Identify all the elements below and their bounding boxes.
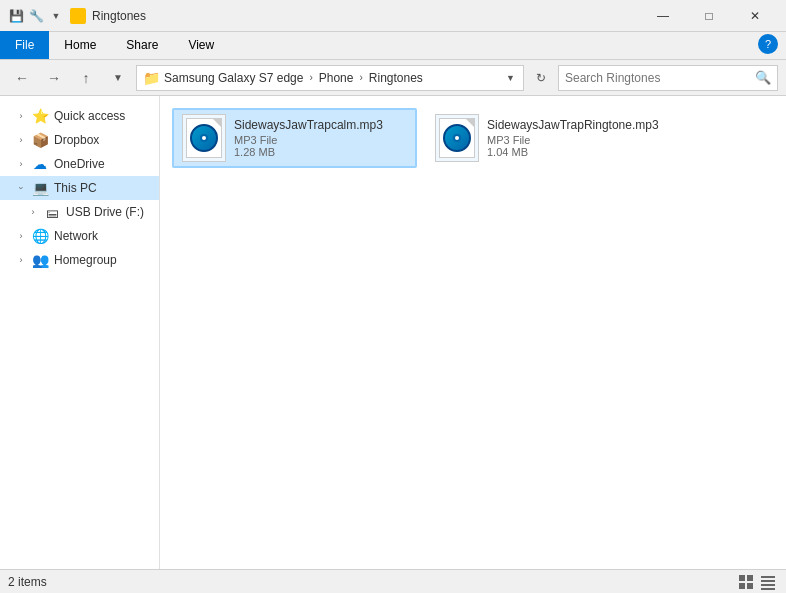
svg-rect-7 bbox=[761, 588, 775, 590]
quick-access-icon: ⭐ bbox=[32, 108, 48, 124]
refresh-button[interactable]: ↻ bbox=[528, 65, 554, 91]
sidebar-item-quick-access[interactable]: › ⭐ Quick access bbox=[0, 104, 159, 128]
network-icon: 🌐 bbox=[32, 228, 48, 244]
search-icon: 🔍 bbox=[755, 70, 771, 85]
svg-rect-5 bbox=[761, 580, 775, 582]
main-container: › ⭐ Quick access › 📦 Dropbox › ☁ OneDriv… bbox=[0, 96, 786, 569]
sidebar-item-onedrive[interactable]: › ☁ OneDrive bbox=[0, 152, 159, 176]
file-name-1: SidewaysJawTrapcalm.mp3 bbox=[234, 118, 407, 134]
breadcrumb-arrow-1: › bbox=[309, 72, 312, 83]
sidebar-label-dropbox: Dropbox bbox=[54, 133, 99, 147]
details-view-icon bbox=[760, 574, 776, 590]
properties-icon[interactable]: 🔧 bbox=[28, 8, 44, 24]
chevron-homegroup: › bbox=[16, 255, 26, 265]
window-title: Ringtones bbox=[92, 9, 146, 23]
title-bar-left: 💾 🔧 ▼ Ringtones bbox=[8, 8, 146, 24]
search-input[interactable] bbox=[565, 71, 751, 85]
file-info-1: SidewaysJawTrapcalm.mp3 MP3 File 1.28 MB bbox=[234, 118, 407, 159]
sidebar-item-dropbox[interactable]: › 📦 Dropbox bbox=[0, 128, 159, 152]
file-info-2: SidewaysJawTrapRingtone.mp3 MP3 File 1.0… bbox=[487, 118, 660, 159]
breadcrumb-phone: Phone bbox=[319, 71, 354, 85]
save-icon[interactable]: 💾 bbox=[8, 8, 24, 24]
mp3-dot-2 bbox=[453, 134, 461, 142]
help-button[interactable]: ? bbox=[758, 34, 778, 54]
svg-rect-6 bbox=[761, 584, 775, 586]
up-button[interactable]: ↑ bbox=[72, 64, 100, 92]
minimize-button[interactable]: — bbox=[640, 0, 686, 32]
tab-share[interactable]: Share bbox=[111, 31, 173, 59]
sidebar-item-this-pc[interactable]: › 💻 This PC bbox=[0, 176, 159, 200]
mp3-icon-2 bbox=[443, 124, 471, 152]
close-button[interactable]: ✕ bbox=[732, 0, 778, 32]
sidebar-label-quick-access: Quick access bbox=[54, 109, 125, 123]
chevron-this-pc: › bbox=[16, 183, 26, 193]
tab-file[interactable]: File bbox=[0, 31, 49, 59]
svg-rect-1 bbox=[747, 575, 753, 581]
large-icons-view-button[interactable] bbox=[736, 572, 756, 592]
file-item-2[interactable]: SidewaysJawTrapRingtone.mp3 MP3 File 1.0… bbox=[425, 108, 670, 168]
file-item-1[interactable]: SidewaysJawTrapcalm.mp3 MP3 File 1.28 MB bbox=[172, 108, 417, 168]
address-dropdown-icon[interactable]: ▼ bbox=[506, 73, 515, 83]
chevron-network: › bbox=[16, 231, 26, 241]
ribbon-tabs: File Home Share View ? bbox=[0, 32, 786, 60]
chevron-dropbox: › bbox=[16, 135, 26, 145]
title-bar-quick-access: 💾 🔧 ▼ bbox=[8, 8, 64, 24]
toolbar: ← → ↑ ▼ 📁 Samsung Galaxy S7 edge › Phone… bbox=[0, 60, 786, 96]
mp3-dot-1 bbox=[200, 134, 208, 142]
back-button[interactable]: ← bbox=[8, 64, 36, 92]
forward-button[interactable]: → bbox=[40, 64, 68, 92]
file-name-2: SidewaysJawTrapRingtone.mp3 bbox=[487, 118, 660, 134]
dropdown-icon[interactable]: ▼ bbox=[48, 8, 64, 24]
breadcrumb-ringtones: Ringtones bbox=[369, 71, 423, 85]
view-toggle bbox=[736, 572, 778, 592]
usb-drive-icon: 🖴 bbox=[44, 204, 60, 220]
status-item-count: 2 items bbox=[8, 575, 47, 589]
sidebar: › ⭐ Quick access › 📦 Dropbox › ☁ OneDriv… bbox=[0, 96, 160, 569]
file-type-2: MP3 File bbox=[487, 134, 660, 146]
status-bar: 2 items bbox=[0, 569, 786, 593]
address-bar[interactable]: 📁 Samsung Galaxy S7 edge › Phone › Ringt… bbox=[136, 65, 524, 91]
sidebar-label-homegroup: Homegroup bbox=[54, 253, 117, 267]
recent-locations-button[interactable]: ▼ bbox=[104, 64, 132, 92]
title-bar: 💾 🔧 ▼ Ringtones — □ ✕ bbox=[0, 0, 786, 32]
sidebar-label-usb: USB Drive (F:) bbox=[66, 205, 144, 219]
sidebar-item-network[interactable]: › 🌐 Network bbox=[0, 224, 159, 248]
breadcrumb-samsung: Samsung Galaxy S7 edge bbox=[164, 71, 303, 85]
window-controls: — □ ✕ bbox=[640, 0, 778, 32]
sidebar-label-onedrive: OneDrive bbox=[54, 157, 105, 171]
file-size-2: 1.04 MB bbox=[487, 146, 660, 158]
address-folder-icon: 📁 bbox=[143, 70, 160, 86]
file-thumb-inner-2 bbox=[439, 118, 475, 158]
onedrive-icon: ☁ bbox=[32, 156, 48, 172]
file-size-1: 1.28 MB bbox=[234, 146, 407, 158]
tab-home[interactable]: Home bbox=[49, 31, 111, 59]
chevron-usb: › bbox=[28, 207, 38, 217]
homegroup-icon: 👥 bbox=[32, 252, 48, 268]
file-type-1: MP3 File bbox=[234, 134, 407, 146]
svg-rect-3 bbox=[747, 583, 753, 589]
tab-view[interactable]: View bbox=[173, 31, 229, 59]
content-area: SidewaysJawTrapcalm.mp3 MP3 File 1.28 MB… bbox=[160, 96, 786, 569]
file-thumbnail-2 bbox=[435, 114, 479, 162]
file-grid: SidewaysJawTrapcalm.mp3 MP3 File 1.28 MB… bbox=[172, 108, 774, 168]
large-icons-view-icon bbox=[738, 574, 754, 590]
folder-icon bbox=[70, 8, 86, 24]
sidebar-label-network: Network bbox=[54, 229, 98, 243]
search-box[interactable]: 🔍 bbox=[558, 65, 778, 91]
chevron-onedrive: › bbox=[16, 159, 26, 169]
maximize-button[interactable]: □ bbox=[686, 0, 732, 32]
svg-rect-2 bbox=[739, 583, 745, 589]
file-thumbnail-1 bbox=[182, 114, 226, 162]
svg-rect-4 bbox=[761, 576, 775, 578]
details-view-button[interactable] bbox=[758, 572, 778, 592]
file-thumb-inner-1 bbox=[186, 118, 222, 158]
chevron-quick-access: › bbox=[16, 111, 26, 121]
sidebar-item-usb-drive[interactable]: › 🖴 USB Drive (F:) bbox=[0, 200, 159, 224]
breadcrumb-arrow-2: › bbox=[359, 72, 362, 83]
this-pc-icon: 💻 bbox=[32, 180, 48, 196]
dropbox-icon: 📦 bbox=[32, 132, 48, 148]
svg-rect-0 bbox=[739, 575, 745, 581]
mp3-icon-1 bbox=[190, 124, 218, 152]
sidebar-label-this-pc: This PC bbox=[54, 181, 97, 195]
sidebar-item-homegroup[interactable]: › 👥 Homegroup bbox=[0, 248, 159, 272]
